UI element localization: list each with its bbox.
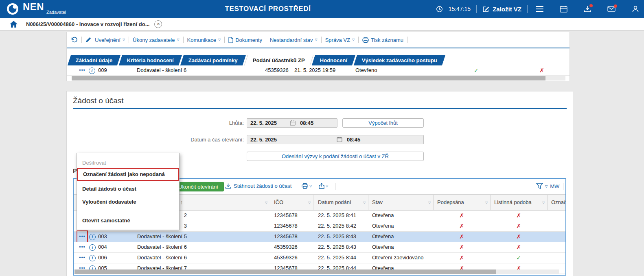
table-row[interactable]: 006 Dodavatel - školení 6 45359326 22. 5… (74, 253, 565, 263)
top-header-bar: NEN Zadavatel TESTOVACÍ PROSTŘEDÍ 15:47:… (0, 0, 644, 18)
paper-mark: ✗ (490, 242, 547, 252)
column-header-podepsana[interactable]: Podepsána (437, 195, 464, 210)
column-divider (490, 195, 491, 210)
tab-vysledek-zadavaciho-postupu[interactable]: Výsledek zadávacího postupu (354, 55, 445, 65)
home-icon[interactable] (10, 21, 18, 28)
chevron-down-icon (326, 185, 328, 188)
current-time: 15:47:15 (449, 6, 471, 12)
undo-icon[interactable] (71, 37, 78, 43)
filter-caret-icon[interactable] (363, 201, 366, 204)
chevron-down-icon (352, 38, 355, 41)
calendar-icon[interactable] (290, 120, 296, 126)
printer-icon (302, 183, 308, 189)
table-row[interactable]: 009 Dodavatel - školení 6 45359326 21. 5… (67, 65, 570, 76)
toolbar-item-tisk-zaznamu[interactable]: Tisk záznamu (362, 37, 403, 43)
toolbar-item-label: Uveřejnění (95, 37, 120, 43)
downloads-button[interactable] (584, 5, 591, 13)
create-vz-button[interactable]: Založit VZ (482, 5, 521, 13)
horizontal-scrollbar[interactable] (72, 76, 565, 80)
toolbar-item-dokumenty[interactable]: Dokumenty (228, 37, 262, 43)
divider (563, 183, 563, 190)
toolbar-item-uverejneni[interactable]: Uveřejnění (95, 37, 125, 43)
tab-label: Hodnocení (320, 57, 347, 63)
table-row[interactable]: 004 Dodavatel - školení 6 45359326 22. 5… (74, 242, 565, 253)
calendar-icon[interactable] (560, 5, 567, 13)
horizontal-scrollbar[interactable] (74, 269, 559, 274)
context-menu: Dešifrovat Označení žádosti jako nepodan… (77, 153, 180, 230)
table-row-selected[interactable]: 003 Dodavatel - školení 5 12345678 22. 5… (74, 232, 565, 242)
column-divider (368, 195, 368, 210)
export-dropdown-button[interactable] (319, 183, 328, 189)
more-options-button[interactable] (78, 253, 87, 263)
toolbar-item-ukony-zadavatele[interactable]: Úkony zadavatele (133, 37, 180, 43)
close-record-icon[interactable] (154, 20, 162, 28)
edit-record-icon[interactable] (85, 37, 91, 43)
print-dropdown-button[interactable] (302, 183, 312, 189)
download-requests-link[interactable]: Stáhnout žádosti o účast (225, 183, 291, 189)
calendar-icon[interactable] (337, 137, 342, 142)
more-options-button[interactable] (78, 232, 87, 241)
tab-zakladni-udaje[interactable]: Základní údaje (68, 55, 121, 65)
breadcrumb-record[interactable]: N006/25/V00004860 - Inovace v rozvoji ří… (26, 21, 149, 27)
info-button[interactable] (89, 234, 96, 240)
messages-button[interactable] (607, 6, 616, 12)
user-profile-icon[interactable] (632, 5, 639, 13)
row-number: 009 (98, 65, 107, 75)
opening-time-input[interactable]: 08:45 (347, 135, 360, 144)
toolbar-item-sprava-vz[interactable]: Správa VZ (325, 37, 355, 43)
filter-caret-icon[interactable] (308, 201, 311, 204)
column-header-listinna-podoba[interactable]: Listinná podoba (494, 195, 532, 210)
context-menu-item-otevrit-samostatne[interactable]: Otevřít samostatně (77, 214, 179, 227)
row-number: 004 (98, 242, 107, 252)
info-button[interactable] (89, 67, 95, 74)
tab-podani-ucastniku-zp[interactable]: Podání účastníků ZP (244, 55, 313, 65)
submission-date: 22. 5. 2025 8:43 (318, 232, 356, 241)
tab-hodnoceni[interactable]: Hodnocení (311, 55, 355, 65)
chevron-down-icon (177, 38, 179, 41)
send-invitation-button[interactable]: Odeslání výzvy k podání žádosti o účast … (247, 152, 424, 161)
toolbar-item-komunikace[interactable]: Komunikace (187, 37, 221, 43)
download-icon (225, 183, 231, 189)
deadline-time-input[interactable]: 08:45 (300, 119, 313, 127)
filter-caret-icon[interactable] (428, 201, 431, 204)
more-options-button[interactable] (78, 242, 87, 252)
info-button[interactable] (89, 244, 96, 251)
tab-zadavaci-podminky[interactable]: Zadávací podmínky (180, 55, 246, 65)
scrollbar-thumb[interactable] (72, 76, 545, 80)
context-menu-item-detail-zadosti[interactable]: Detail žádosti o účast (77, 183, 179, 196)
paper-mark: ✗ (490, 232, 547, 241)
column-header-oznacena[interactable]: Označ (551, 195, 566, 210)
tab-label: Výsledek zadávacího postupu (362, 57, 437, 63)
row-number: 003 (98, 232, 107, 241)
column-header-ico[interactable]: IČO (274, 195, 283, 210)
column-header-datum-podani[interactable]: Datum podání (318, 195, 351, 210)
toolbar-item-label: Správa VZ (325, 37, 350, 43)
filter-caret-icon[interactable] (542, 201, 545, 204)
nen-logo-icon[interactable] (7, 3, 19, 15)
context-menu-item-vylouceni-dodavatele[interactable]: Vyloučení dodavatele (77, 196, 179, 209)
filter-icon[interactable] (536, 183, 543, 189)
calculate-deadlines-button[interactable]: Výpočet lhůt (342, 118, 424, 128)
layout-selector[interactable]: MW (545, 183, 559, 189)
tab-kriteria-hodnoceni[interactable]: Kritéria hodnocení (119, 55, 182, 65)
submission-date: 22. 5. 2025 8:43 (318, 242, 356, 252)
finish-opening-button[interactable]: Ukončit otevírání (173, 182, 224, 191)
divider (67, 48, 570, 48)
toolbar-item-label: Komunikace (187, 37, 217, 43)
ico-value: 12345678 (274, 211, 298, 220)
signed-mark: ✗ (433, 211, 490, 220)
scrollbar-thumb[interactable] (74, 269, 496, 274)
filter-caret-icon[interactable] (485, 201, 488, 204)
context-menu-item-oznaceni-zadosti-jako-nepodana[interactable]: Označení žádosti jako nepodaná (77, 168, 179, 181)
divider (266, 37, 266, 43)
info-button[interactable] (89, 255, 96, 261)
filter-caret-icon[interactable] (265, 201, 267, 204)
more-options-button[interactable] (78, 65, 87, 75)
toolbar-item-nestandardni-stav[interactable]: Nestandardní stav (270, 37, 318, 43)
ico-value: 45359326 (274, 253, 298, 263)
column-header-stav[interactable]: Stav (372, 195, 383, 210)
document-icon (228, 37, 233, 43)
menu-icon[interactable] (536, 6, 543, 12)
opening-date-input[interactable]: 22. 5. 2025 (250, 135, 277, 144)
deadline-date-input[interactable]: 22. 5. 2025 (250, 119, 277, 127)
